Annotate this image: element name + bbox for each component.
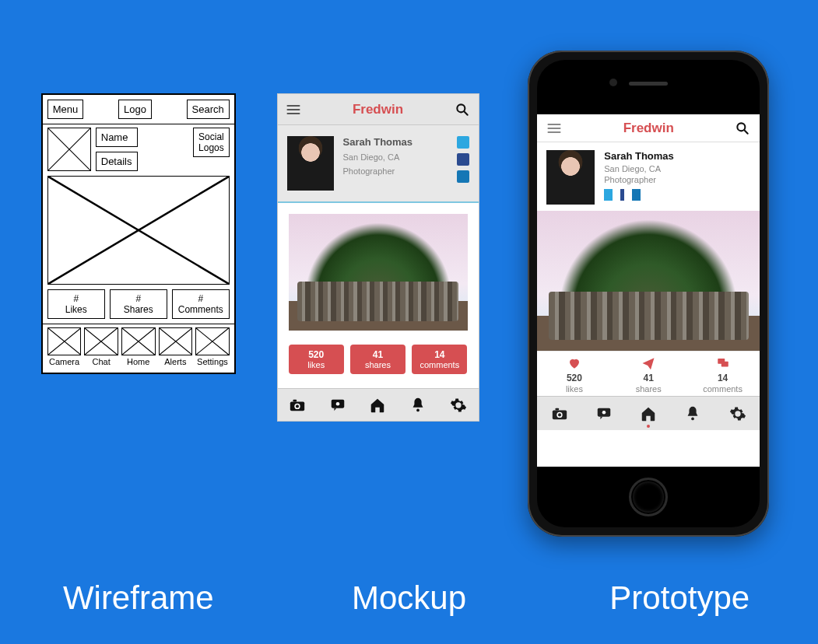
wf-social-box: Social Logos <box>193 128 230 157</box>
proto-tabbar <box>537 396 760 430</box>
search-icon[interactable] <box>735 121 750 136</box>
wireframe-panel: Menu Logo Search Name Details Social Log… <box>41 93 236 374</box>
mockup-panel: Fredwin Sarah Thomas San Diego, CA Photo… <box>277 93 479 422</box>
proto-comments[interactable]: 14comments <box>686 352 760 396</box>
wf-nav-home: Home <box>121 327 156 366</box>
tab-indicator-dot <box>647 425 650 428</box>
camera-icon[interactable] <box>289 397 306 414</box>
phone-home-button[interactable] <box>629 478 668 516</box>
linkedin-icon[interactable]: in <box>632 189 641 201</box>
facebook-icon[interactable]: f <box>620 189 623 201</box>
prototype-phone-frame: Fredwin Sarah Thomas San Diego, CA Photo… <box>528 51 769 537</box>
wf-logo-box: Logo <box>118 100 152 119</box>
comparison-stage: Menu Logo Search Name Details Social Log… <box>0 93 818 537</box>
gear-icon[interactable] <box>450 397 467 414</box>
mock-comments-button[interactable]: 14comments <box>412 345 467 374</box>
phone-home-button-area <box>537 467 760 527</box>
wf-main-image-placeholder <box>47 176 230 285</box>
proto-likes[interactable]: 520likes <box>537 352 611 396</box>
mock-user-role: Photographer <box>343 166 448 176</box>
mock-user-location: San Diego, CA <box>343 152 448 162</box>
wf-nav-camera: Camera <box>47 327 82 366</box>
search-icon[interactable] <box>455 102 470 117</box>
proto-header: Fredwin <box>537 114 760 142</box>
comment-icon <box>716 356 730 370</box>
mock-feed-photo <box>289 214 468 331</box>
mock-logo: Fredwin <box>353 102 403 117</box>
mock-shares-button[interactable]: 41shares <box>350 345 405 374</box>
twitter-icon[interactable]: ✔ <box>604 189 613 201</box>
caption-wireframe: Wireframe <box>6 579 271 617</box>
proto-shares[interactable]: 41shares <box>612 352 686 396</box>
proto-profile-card: Sarah Thomas San Diego, CA Photographer … <box>537 142 760 211</box>
mock-avatar <box>287 136 334 191</box>
hamburger-icon[interactable] <box>546 121 562 136</box>
proto-feed-photo <box>537 211 760 351</box>
linkedin-icon[interactable] <box>457 170 469 183</box>
caption-prototype: Prototype <box>547 579 812 617</box>
proto-avatar <box>546 150 595 205</box>
chat-icon[interactable] <box>329 397 346 414</box>
gear-icon[interactable] <box>729 405 746 422</box>
wf-likes-box: # Likes <box>47 289 105 319</box>
mock-likes-button[interactable]: 520likes <box>289 345 344 374</box>
mock-user-name: Sarah Thomas <box>343 136 448 148</box>
proto-user-role: Photographer <box>604 175 674 184</box>
twitter-icon[interactable] <box>457 136 469 149</box>
caption-row: Wireframe Mockup Prototype <box>0 579 818 617</box>
wf-details-box: Details <box>96 152 138 171</box>
wf-nav-chat: Chat <box>84 327 118 366</box>
bell-icon[interactable] <box>684 405 701 422</box>
phone-speaker-area <box>537 60 760 114</box>
heart-icon <box>567 356 581 370</box>
proto-user-name: Sarah Thomas <box>604 150 674 162</box>
wf-nav-alerts: Alerts <box>159 327 193 366</box>
wf-comments-box: # Comments <box>172 289 230 319</box>
mock-profile-card: Sarah Thomas San Diego, CA Photographer <box>278 125 479 203</box>
wf-name-box: Name <box>96 128 138 147</box>
mock-tabbar <box>278 388 479 421</box>
mock-header: Fredwin <box>278 94 479 125</box>
proto-stats-row: 520likes 41shares 14comments <box>537 351 760 396</box>
camera-icon[interactable] <box>551 405 568 422</box>
chat-icon[interactable] <box>595 405 613 422</box>
wf-menu-box: Menu <box>47 100 84 119</box>
caption-mockup: Mockup <box>277 579 542 617</box>
facebook-icon[interactable] <box>457 153 469 166</box>
prototype-screen: Fredwin Sarah Thomas San Diego, CA Photo… <box>537 114 760 467</box>
proto-logo: Fredwin <box>623 121 674 136</box>
wf-nav-settings: Settings <box>195 327 230 366</box>
home-icon[interactable] <box>369 397 386 414</box>
home-icon[interactable] <box>640 405 657 422</box>
hamburger-icon[interactable] <box>286 102 301 117</box>
send-icon <box>641 356 655 370</box>
proto-user-location: San Diego, CA <box>604 164 674 173</box>
wf-search-box: Search <box>187 100 230 119</box>
bell-icon[interactable] <box>409 397 427 414</box>
wf-shares-box: # Shares <box>110 289 167 319</box>
wf-avatar-placeholder <box>47 128 91 171</box>
